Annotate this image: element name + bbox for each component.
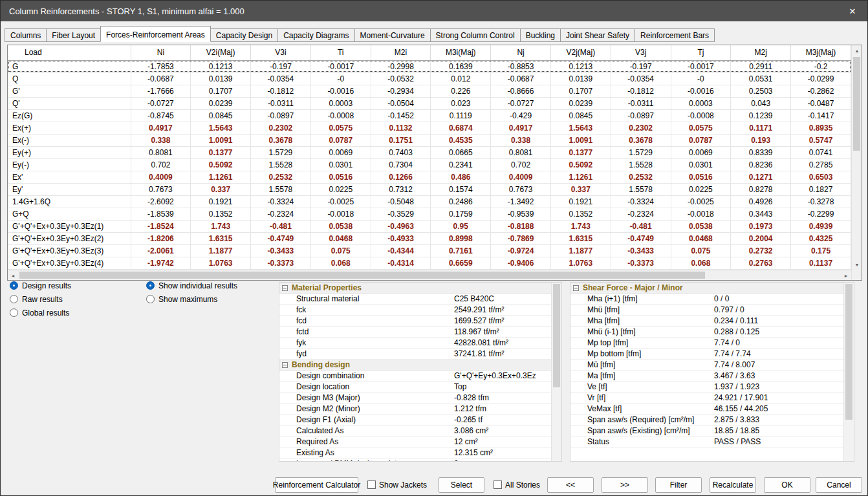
column-header-tj[interactable]: Tj <box>671 45 731 60</box>
value-cell: 0.1639 <box>431 60 491 72</box>
column-header-v3j[interactable]: V3j <box>611 45 671 60</box>
table-row[interactable]: Ex'0.40091.12610.25320.05160.12660.4860.… <box>8 171 851 183</box>
value-cell: -0.0311 <box>611 97 671 109</box>
radio-global-results[interactable]: Global results <box>10 308 71 318</box>
filter-button[interactable]: Filter <box>655 477 702 493</box>
tab-joint-shear-safety[interactable]: Joint Shear Safety <box>560 28 635 42</box>
recalculate-button[interactable]: Recalculate <box>710 477 756 493</box>
property-row: Mp top [tfm]7.74 / 0 <box>570 338 843 349</box>
table-row[interactable]: Ex(+)0.49171.56430.23020.05750.11320.687… <box>8 122 851 134</box>
table-row[interactable]: G'-1.76660.1707-0.1812-0.0016-0.29340.22… <box>8 85 851 97</box>
scroll-left-icon[interactable]: ◄ <box>8 270 18 281</box>
radio-design-results[interactable]: Design results <box>10 281 71 290</box>
tab-strong-column-control[interactable]: Strong Column Control <box>430 28 521 42</box>
value-cell: 0.338 <box>131 134 191 146</box>
ok-button[interactable]: OK <box>764 477 810 493</box>
column-header-m2j[interactable]: M2j <box>731 45 791 60</box>
table-row[interactable]: G'+Q'+Ex+0.3Ey+0.3Ez(2)-1.82061.6315-0.4… <box>8 232 851 244</box>
table-row[interactable]: G+Q-1.85390.1352-0.2324-0.0018-0.35290.1… <box>8 208 851 220</box>
column-header-m2i[interactable]: M2i <box>371 45 431 60</box>
table-row[interactable]: Ey(+)0.80810.13771.57290.00690.74030.066… <box>8 146 851 158</box>
property-row: Design M3 (Major)-0.828 tfm <box>279 393 551 404</box>
properties-panel-scrollbar[interactable] <box>551 283 561 461</box>
tab-moment-curvature[interactable]: Moment-Curvature <box>354 28 431 42</box>
table-horizontal-scrollbar[interactable]: ◄ ► <box>8 270 851 280</box>
property-row: Ma [tfm]3.467 / 3.63 <box>570 371 843 382</box>
horizontal-scroll-thumb[interactable] <box>19 272 705 279</box>
value-cell: -0.3433 <box>251 244 311 257</box>
table-row[interactable]: Ey(-)0.7020.50921.55280.03010.73040.2341… <box>8 158 851 171</box>
section-header-shear-force-major-minor[interactable]: Shear Force - Major / Minor <box>570 283 843 294</box>
collapse-icon[interactable] <box>282 362 288 368</box>
value-cell: -0.0354 <box>611 72 671 85</box>
column-header-v3i[interactable]: V3i <box>251 45 311 60</box>
reinforcement-calculator-button[interactable]: Reinforcement Calculator <box>275 477 358 493</box>
table-row[interactable]: Ex(-)0.3381.00910.36780.07870.17510.4535… <box>8 134 851 146</box>
table-row[interactable]: G'+Q'+Ex+0.3Ey+0.3Ez(4)-1.97421.0763-0.3… <box>8 257 851 269</box>
property-label: VeMax [tf] <box>570 404 714 413</box>
column-header-ti[interactable]: Ti <box>310 45 371 60</box>
value-cell: 0.3443 <box>731 208 791 220</box>
radio-raw-results[interactable]: Raw results <box>10 294 71 304</box>
column-header-nj[interactable]: Nj <box>491 45 551 60</box>
tab-forces-reinforcement-areas[interactable]: Forces-Reinforcement Areas <box>100 26 211 42</box>
value-cell: -0.3373 <box>611 257 671 269</box>
all-stories-checkbox[interactable]: All Stories <box>494 480 540 490</box>
show-jackets-checkbox[interactable]: Show Jackets <box>367 480 427 490</box>
table-row[interactable]: Q-0.06870.0139-0.0354-0-0.05320.012-0.06… <box>8 72 851 85</box>
property-label: Ma [tfm] <box>570 371 714 380</box>
table-row[interactable]: G'+Q'+Ex+0.3Ey+0.3Ez(3)-2.00611.1877-0.3… <box>8 244 851 257</box>
table-vertical-scrollbar[interactable]: ▲ ▼ <box>851 45 862 280</box>
table-row[interactable]: 1.4G+1.6Q-2.60920.1921-0.3324-0.0025-0.5… <box>8 195 851 208</box>
value-cell: 0.486 <box>431 171 491 183</box>
cancel-button[interactable]: Cancel <box>816 477 862 493</box>
value-cell: -0.4933 <box>371 232 431 244</box>
tab-reinforcement-bars[interactable]: Reinforcement Bars <box>635 28 715 42</box>
tab-buckling[interactable]: Buckling <box>520 28 561 42</box>
collapse-icon[interactable] <box>282 285 288 291</box>
load-name-cell: Ex(-) <box>8 134 131 146</box>
vertical-scroll-thumb[interactable] <box>853 57 860 151</box>
collapse-icon[interactable] <box>573 285 579 291</box>
table-row[interactable]: G'+Q'+Ex+0.3Ey+0.3Ez(1)-1.85241.743-0.48… <box>8 220 851 232</box>
tab-capacity-design[interactable]: Capacity Design <box>210 28 278 42</box>
property-value: 3.467 / 3.63 <box>714 371 843 380</box>
column-header-ni[interactable]: Ni <box>131 45 191 60</box>
shear-scroll-thumb[interactable] <box>845 284 852 420</box>
table-row[interactable]: Q'-0.07270.0239-0.03110.0003-0.05040.023… <box>8 97 851 109</box>
value-cell: -0.3324 <box>611 195 671 208</box>
scroll-right-icon[interactable]: ► <box>841 270 851 281</box>
column-header-v2i-maj[interactable]: V2i(Maj) <box>191 45 251 60</box>
section-header-material-properties[interactable]: Material Properties <box>279 283 551 294</box>
tab-capacity-diagrams[interactable]: Capacity Diagrams <box>277 28 354 42</box>
tab-columns[interactable]: Columns <box>5 28 47 42</box>
select-button[interactable]: Select <box>439 477 484 493</box>
section-header-bending-design[interactable]: Bending design <box>279 360 551 371</box>
next-button[interactable]: >> <box>602 477 648 493</box>
table-header-row: LoadNiV2i(Maj)V3iTiM2iM3i(Maj)NjV2j(Maj)… <box>8 45 851 60</box>
value-cell: -0.9539 <box>491 208 551 220</box>
close-button[interactable]: ✕ <box>838 1 867 21</box>
column-header-v2j-maj[interactable]: V2j(Maj) <box>550 45 611 60</box>
scroll-down-icon[interactable]: ▼ <box>852 259 862 270</box>
column-header-m3j-maj[interactable]: M3j(Maj) <box>791 45 851 60</box>
column-header-m3i-maj[interactable]: M3i(Maj) <box>431 45 491 60</box>
load-name-cell: Q <box>8 72 131 85</box>
previous-button[interactable]: << <box>547 477 594 493</box>
table-row[interactable]: Ey'0.76730.3371.55780.02250.73120.15740.… <box>8 183 851 195</box>
property-row: Design locationTop <box>279 382 551 393</box>
properties-scroll-thumb[interactable] <box>553 284 560 387</box>
radio-show-maximums[interactable]: Show maximums <box>146 294 237 304</box>
value-cell: 0.2532 <box>251 171 311 183</box>
radio-show-individual-results[interactable]: Show individual results <box>146 281 237 290</box>
value-cell: 0.0225 <box>671 183 731 195</box>
scroll-up-icon[interactable]: ▲ <box>852 45 862 56</box>
value-cell: 0.0239 <box>550 97 611 109</box>
shear-panel-scrollbar[interactable] <box>843 283 854 461</box>
table-row[interactable]: G-1.78530.1213-0.197-0.0017-0.29980.1639… <box>8 60 851 72</box>
property-value: C25 B420C <box>454 294 551 303</box>
tab-fiber-layout[interactable]: Fiber Layout <box>46 28 101 42</box>
value-cell: -0.2998 <box>371 60 431 72</box>
table-row[interactable]: Ez(G)-0.87450.0845-0.0897-0.0008-0.14520… <box>8 109 851 122</box>
column-header-load[interactable]: Load <box>8 45 131 60</box>
